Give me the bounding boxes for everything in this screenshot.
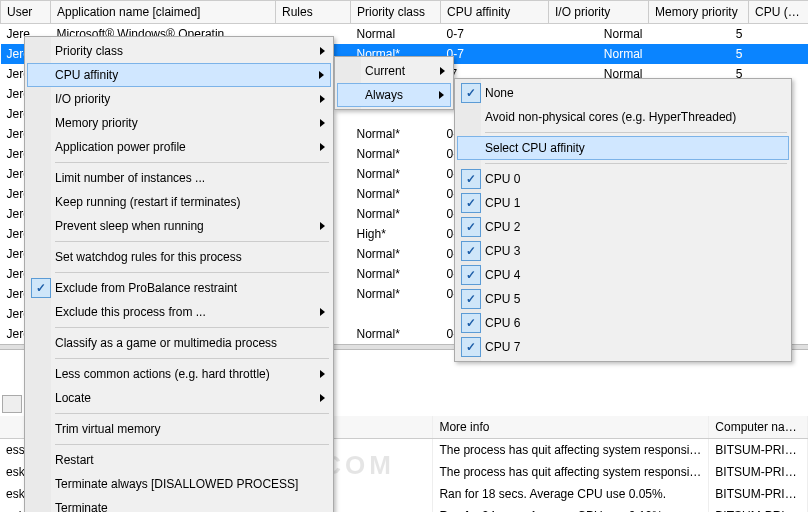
- cell: Normal*: [351, 164, 441, 184]
- cell: Normal*: [351, 204, 441, 224]
- check-icon: ✓: [461, 169, 481, 189]
- cell: Normal: [549, 44, 649, 64]
- cell: Normal: [351, 24, 441, 45]
- cell: 0-7: [441, 44, 549, 64]
- log-cell-computer: BITSUM-PRIMA: [709, 439, 808, 461]
- submenu-arrow-icon: [320, 394, 325, 402]
- menu-cpu0[interactable]: ✓CPU 0: [457, 167, 789, 191]
- check-icon: ✓: [461, 241, 481, 261]
- submenu-arrow-icon: [320, 47, 325, 55]
- menu-cpu1[interactable]: ✓CPU 1: [457, 191, 789, 215]
- check-icon: ✓: [461, 337, 481, 357]
- log-cell-computer: BITSUM-PRIMA: [709, 505, 808, 512]
- col-cpu-percent[interactable]: CPU (%): [749, 1, 809, 24]
- menu-locate[interactable]: Locate: [27, 386, 331, 410]
- col-memory-priority[interactable]: Memory priority: [649, 1, 749, 24]
- log-cell-computer: BITSUM-PRIMA: [709, 483, 808, 505]
- submenu-affinity-mode[interactable]: Current Always: [334, 56, 454, 110]
- cell: [749, 24, 809, 45]
- menu-memory-priority[interactable]: Memory priority: [27, 111, 331, 135]
- submenu-arrow-icon: [320, 95, 325, 103]
- cell: 5: [649, 24, 749, 45]
- submenu-arrow-icon: [320, 222, 325, 230]
- log-cell-info: Ran for 24 secs. Average CPU use 0.10%.: [433, 505, 709, 512]
- menu-cpu-affinity[interactable]: CPU affinity: [27, 63, 331, 87]
- col-cpu-affinity[interactable]: CPU affinity: [441, 1, 549, 24]
- check-icon: ✓: [461, 217, 481, 237]
- cell: High*: [351, 224, 441, 244]
- submenu-arrow-icon: [320, 119, 325, 127]
- cell: Normal*: [351, 144, 441, 164]
- table-header-row[interactable]: User Application name [claimed] Rules Pr…: [1, 1, 809, 24]
- cell: [749, 44, 809, 64]
- menu-io-priority[interactable]: I/O priority: [27, 87, 331, 111]
- col-user[interactable]: User: [1, 1, 51, 24]
- context-menu-process[interactable]: Priority class CPU affinity I/O priority…: [24, 36, 334, 512]
- menu-less-common[interactable]: Less common actions (e.g. hard throttle): [27, 362, 331, 386]
- cell: Normal*: [351, 324, 441, 344]
- menu-terminate[interactable]: Terminate: [27, 496, 331, 512]
- col-rules[interactable]: Rules: [276, 1, 351, 24]
- cell: Normal*: [351, 124, 441, 144]
- cell: [351, 304, 441, 324]
- menu-watchdog[interactable]: Set watchdog rules for this process: [27, 245, 331, 269]
- check-icon: ✓: [461, 289, 481, 309]
- log-cell-info: Ran for 18 secs. Average CPU use 0.05%.: [433, 483, 709, 505]
- menu-app-power-profile[interactable]: Application power profile: [27, 135, 331, 159]
- log-cell-computer: BITSUM-PRIMA: [709, 461, 808, 483]
- menu-none[interactable]: ✓None: [457, 81, 789, 105]
- menu-restart[interactable]: Restart: [27, 448, 331, 472]
- menu-terminate-always[interactable]: Terminate always [DISALLOWED PROCESS]: [27, 472, 331, 496]
- menu-trim-vm[interactable]: Trim virtual memory: [27, 417, 331, 441]
- menu-exclude-from[interactable]: Exclude this process from ...: [27, 300, 331, 324]
- log-col-computer[interactable]: Computer name: [709, 416, 808, 438]
- check-icon: ✓: [461, 265, 481, 285]
- submenu-arrow-icon: [319, 71, 324, 79]
- menu-current[interactable]: Current: [337, 59, 451, 83]
- col-app[interactable]: Application name [claimed]: [51, 1, 276, 24]
- submenu-arrow-icon: [320, 143, 325, 151]
- menu-limit-instances[interactable]: Limit number of instances ...: [27, 166, 331, 190]
- menu-cpu2[interactable]: ✓CPU 2: [457, 215, 789, 239]
- submenu-arrow-icon: [320, 370, 325, 378]
- menu-cpu3[interactable]: ✓CPU 3: [457, 239, 789, 263]
- menu-cpu5[interactable]: ✓CPU 5: [457, 287, 789, 311]
- menu-cpu4[interactable]: ✓CPU 4: [457, 263, 789, 287]
- log-cell-info: The process has quit affecting system re…: [433, 461, 709, 483]
- menu-keep-running[interactable]: Keep running (restart if terminates): [27, 190, 331, 214]
- menu-prevent-sleep[interactable]: Prevent sleep when running: [27, 214, 331, 238]
- cell: 5: [649, 44, 749, 64]
- col-io-priority[interactable]: I/O priority: [549, 1, 649, 24]
- log-tab-button[interactable]: [2, 395, 22, 413]
- menu-cpu6[interactable]: ✓CPU 6: [457, 311, 789, 335]
- cell: Normal*: [351, 244, 441, 264]
- menu-always[interactable]: Always: [337, 83, 451, 107]
- cell: 0-7: [441, 24, 549, 45]
- cell: Normal*: [351, 264, 441, 284]
- check-icon: ✓: [31, 278, 51, 298]
- cell: Normal*: [351, 184, 441, 204]
- submenu-arrow-icon: [440, 67, 445, 75]
- check-icon: ✓: [461, 193, 481, 213]
- check-icon: ✓: [461, 313, 481, 333]
- cell: Normal: [549, 24, 649, 45]
- submenu-arrow-icon: [320, 308, 325, 316]
- menu-avoid-nonphysical[interactable]: Avoid non-physical cores (e.g. HyperThre…: [457, 105, 789, 129]
- cell: Normal*: [351, 284, 441, 304]
- menu-classify-game[interactable]: Classify as a game or multimedia process: [27, 331, 331, 355]
- submenu-affinity-cores[interactable]: ✓None Avoid non-physical cores (e.g. Hyp…: [454, 78, 792, 362]
- menu-priority-class[interactable]: Priority class: [27, 39, 331, 63]
- menu-exclude-probalance[interactable]: ✓Exclude from ProBalance restraint: [27, 276, 331, 300]
- menu-select-cpu-affinity[interactable]: Select CPU affinity: [457, 136, 789, 160]
- log-col-moreinfo[interactable]: More info: [433, 416, 709, 438]
- menu-cpu7[interactable]: ✓CPU 7: [457, 335, 789, 359]
- col-priority-class[interactable]: Priority class: [351, 1, 441, 24]
- check-icon: ✓: [461, 83, 481, 103]
- submenu-arrow-icon: [439, 91, 444, 99]
- log-cell-info: The process has quit affecting system re…: [433, 439, 709, 461]
